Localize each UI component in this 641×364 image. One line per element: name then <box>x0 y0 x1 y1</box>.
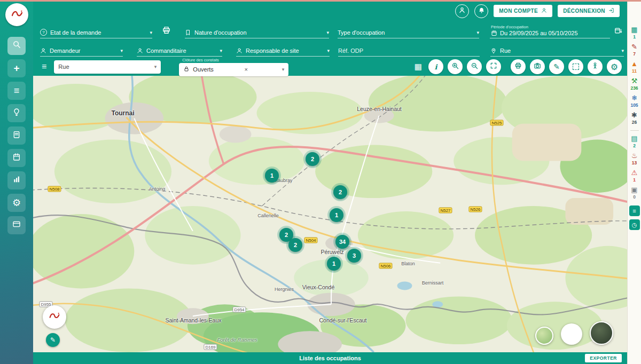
print-filter-button[interactable] <box>162 26 171 38</box>
hydrants-icon: ♨ <box>631 152 638 160</box>
commanditaire-select[interactable]: Commanditaire ▾ <box>137 48 222 57</box>
sidebar-item-add[interactable]: + <box>7 59 26 77</box>
winter-icon: ❄ <box>631 94 637 102</box>
menu-icon[interactable]: ≡ <box>38 62 50 72</box>
street-view-button[interactable] <box>588 59 603 74</box>
interventions-filter-button[interactable]: ⚒236 <box>630 77 638 91</box>
info-button[interactable]: i <box>428 59 443 74</box>
map-settings-button[interactable]: ⚙ <box>607 59 622 74</box>
left-sidebar: + ≡ ⚙ <box>0 2 33 364</box>
frost-filter-button[interactable]: ✱26 <box>631 112 637 125</box>
app-logo[interactable] <box>5 3 28 26</box>
cluster-marker[interactable]: 2 <box>288 238 302 252</box>
periode-occupation-field[interactable]: Période d'occupation Du 29/09/2025 au 05… <box>490 25 610 38</box>
cluster-marker[interactable]: 1 <box>265 169 279 183</box>
person-icon <box>591 62 599 72</box>
map-canvas[interactable]: TournaiLeuze-en-HainautAntoingMaubrayCal… <box>33 76 627 352</box>
right-panel: ▦1✎7▲11⚒236❄105✱26▤2♨13⚠1▣0 ≡ ◷ <box>627 2 641 364</box>
clear-filter-icon[interactable]: × <box>243 66 250 73</box>
cluster-marker[interactable]: 34 <box>335 235 349 249</box>
account-label: MON COMPTE <box>499 8 538 14</box>
full-extent-button[interactable] <box>486 59 501 74</box>
lightbulb-icon <box>12 108 21 119</box>
camera-icon <box>534 62 541 72</box>
ref-odp-input[interactable] <box>338 48 480 54</box>
zoom-in-button[interactable] <box>448 59 463 74</box>
draw-tool-button[interactable]: ✎ <box>549 59 564 74</box>
cluster-marker[interactable]: 2 <box>306 152 319 166</box>
map-logo-button[interactable] <box>43 305 66 329</box>
nature-occupation-select[interactable]: Nature d'occupation ▾ <box>185 29 329 38</box>
cloture-constats-field: Clôture des constats Ouverts × ▾ <box>179 58 288 76</box>
cones-icon: ▲ <box>631 60 638 68</box>
account-button[interactable]: MON COMPTE <box>494 5 552 17</box>
sidebar-item-stats[interactable] <box>7 171 26 189</box>
cloture-select[interactable]: Ouverts × ▾ <box>179 63 288 76</box>
responsable-site-select[interactable]: Responsable de site ▾ <box>236 48 330 57</box>
periode-sort-button[interactable] <box>614 27 622 38</box>
basemap-satellite-button[interactable] <box>590 321 613 345</box>
count-badge: 0 <box>633 194 636 200</box>
sidebar-item-list[interactable]: ≡ <box>7 82 26 100</box>
cluster-marker[interactable]: 2 <box>333 185 347 199</box>
profile-button[interactable] <box>455 4 469 18</box>
pencil-icon: ✎ <box>553 62 560 71</box>
sidebar-item-settings[interactable]: ⚙ <box>7 194 26 212</box>
works-icon: ✎ <box>631 43 637 51</box>
winter-filter-button[interactable]: ❄105 <box>630 94 638 108</box>
sidebar-item-cards[interactable] <box>7 216 26 234</box>
calendar-icon <box>12 153 21 164</box>
basemap-blank-button[interactable] <box>561 323 582 345</box>
person-icon <box>236 48 243 54</box>
barriers-filter-button[interactable]: ▤2 <box>631 135 637 148</box>
logout-label: DÉCONNEXION <box>563 8 605 14</box>
count-badge: 236 <box>630 85 638 91</box>
print-map-button[interactable] <box>511 59 526 74</box>
nature-occupation-label: Nature d'occupation <box>194 29 247 36</box>
chevron-down-icon: ▾ <box>618 48 624 53</box>
history-button[interactable]: ◷ <box>629 219 640 230</box>
plus-icon: + <box>13 62 19 74</box>
screenshot-button[interactable] <box>530 59 545 74</box>
notifications-button[interactable] <box>474 4 488 18</box>
right-panel-items: ▦1✎7▲11⚒236❄105✱26▤2♨13⚠1▣0 <box>630 26 639 203</box>
count-badge: 11 <box>632 68 637 74</box>
hydrants-filter-button[interactable]: ♨13 <box>631 152 638 165</box>
events-filter-button[interactable]: ▦1 <box>631 26 637 39</box>
cluster-marker[interactable]: 1 <box>327 257 341 271</box>
ref-odp-field[interactable] <box>338 48 480 57</box>
cluster-marker[interactable]: 3 <box>347 249 361 263</box>
quick-draw-button[interactable]: ✎ <box>46 333 60 347</box>
works-filter-button[interactable]: ✎7 <box>631 43 637 57</box>
bottom-bar-title: Liste des occupations <box>299 355 361 361</box>
type-occupation-select[interactable]: Type d'occupation ▾ <box>338 29 479 38</box>
select-area-button[interactable] <box>568 59 583 74</box>
interventions-icon: ⚒ <box>631 77 638 85</box>
sidebar-item-search[interactable] <box>7 37 26 55</box>
printer-icon <box>514 62 522 72</box>
sidebar-item-ideas[interactable] <box>7 104 26 122</box>
list-view-button[interactable]: ≡ <box>629 205 640 216</box>
alerts-icon: ⚠ <box>631 169 638 177</box>
boards-filter-button[interactable]: ▣0 <box>631 186 637 200</box>
grid-tool-icon[interactable]: ▦ <box>415 62 422 72</box>
demandeur-select[interactable]: Demandeur ▾ <box>40 48 123 57</box>
cones-filter-button[interactable]: ▲11 <box>631 60 638 74</box>
chart-icon <box>12 175 21 186</box>
alerts-filter-button[interactable]: ⚠1 <box>631 169 638 183</box>
sidebar-item-documents[interactable] <box>7 126 26 145</box>
bottom-bar[interactable]: Liste des occupations EXPORTER <box>33 352 627 364</box>
cluster-marker[interactable]: 1 <box>330 208 343 222</box>
basemap-terrain-button[interactable] <box>535 327 553 345</box>
rue-select[interactable]: Rue ▾ <box>490 48 624 57</box>
street-select[interactable]: Rue ▾ <box>54 60 161 74</box>
sidebar-item-calendar[interactable] <box>7 149 26 167</box>
zoom-out-button[interactable] <box>467 59 482 74</box>
person-icon <box>137 48 143 54</box>
count-badge: 26 <box>632 120 637 125</box>
export-button[interactable]: EXPORTER <box>585 354 622 362</box>
logout-button[interactable]: DÉCONNEXION <box>558 5 620 17</box>
count-badge: 2 <box>633 143 636 148</box>
etat-demande-select[interactable]: ? Etat de la demande ▾ <box>40 29 152 38</box>
selection-icon <box>573 64 579 70</box>
